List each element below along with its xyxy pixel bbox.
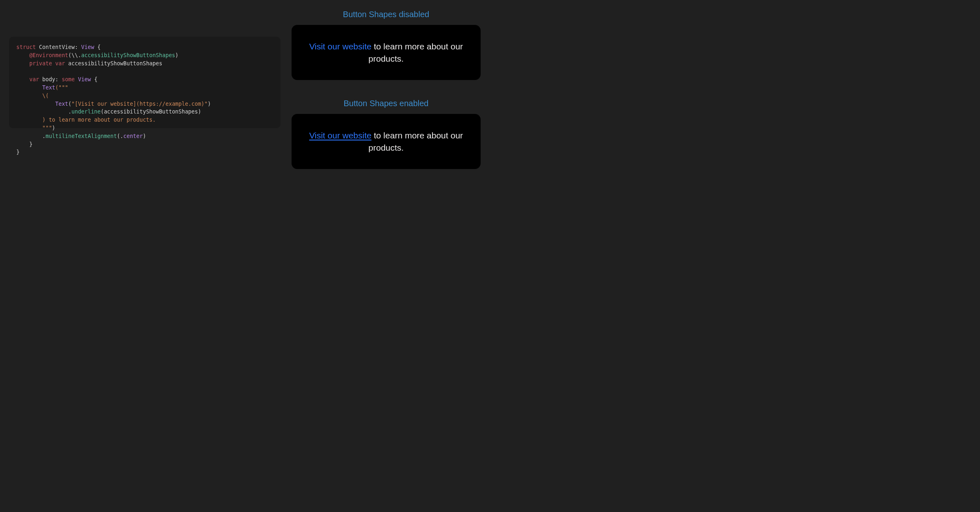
triple-close: """: [42, 125, 52, 131]
code-block: struct ContentView: View { @Environment(…: [16, 43, 273, 156]
mta-case: center: [123, 133, 143, 139]
type-view: View: [81, 44, 94, 50]
underline-arg: accessibilityShowButtonShapes: [104, 109, 198, 115]
colon: :: [75, 44, 78, 50]
kw-private: private: [29, 60, 52, 67]
kw-struct: struct: [16, 44, 36, 50]
preview-enabled-rest: to learn more about our products.: [368, 131, 463, 152]
env-symbol: accessibilityShowButtonShapes: [81, 52, 175, 58]
preview-enabled-group: Button Shapes enabled Visit our website …: [292, 99, 481, 169]
preview-column: Button Shapes disabled Visit our website…: [292, 10, 481, 169]
body-name: body: [42, 76, 56, 82]
inner-close: ): [207, 101, 211, 107]
preview-enabled-text: Visit our website to learn more about ou…: [305, 129, 468, 154]
underline-method: underline: [71, 109, 100, 115]
struct-name: ContentView: [39, 44, 75, 50]
preview-disabled-title: Button Shapes disabled: [292, 10, 481, 19]
preview-disabled-link[interactable]: Visit our website: [309, 42, 372, 51]
preview-enabled-link[interactable]: Visit our website: [309, 131, 372, 140]
env-open: (\\.: [68, 52, 81, 58]
preview-disabled-card: Visit our website to learn more about ou…: [292, 25, 481, 80]
mta-method: multilineTextAlignment: [45, 133, 117, 139]
triple-open: (""": [55, 85, 68, 91]
text-type: Text: [42, 85, 56, 91]
inner-text-type: Text: [55, 101, 68, 107]
inner-literal: "[Visit our website](https://example.com…: [71, 101, 207, 107]
mta-open: (.: [117, 133, 123, 139]
body-type: View: [78, 76, 91, 82]
open-brace: {: [94, 44, 101, 50]
preview-enabled-title: Button Shapes enabled: [292, 99, 481, 108]
interp-close-rest: ) to learn more about our products.: [42, 117, 156, 123]
kw-some: some: [62, 76, 75, 82]
preview-disabled-group: Button Shapes disabled Visit our website…: [292, 10, 481, 80]
preview-enabled-card: Visit our website to learn more about ou…: [292, 114, 481, 169]
kw-var-2: var: [29, 76, 39, 82]
triple-close-paren: ): [52, 125, 55, 131]
preview-disabled-text: Visit our website to learn more about ou…: [305, 40, 468, 65]
underline-close: ): [198, 109, 201, 115]
kw-var-1: var: [55, 60, 65, 67]
env-var-name: accessibilityShowButtonShapes: [68, 60, 162, 67]
struct-close: }: [16, 149, 20, 155]
inner-open: (: [68, 101, 71, 107]
body-open: {: [91, 76, 98, 82]
env-close: ): [175, 52, 178, 58]
preview-disabled-rest: to learn more about our products.: [368, 42, 463, 63]
body-colon: :: [55, 76, 58, 82]
underline-dot: .: [68, 109, 71, 115]
env-decorator: @Environment: [29, 52, 68, 58]
code-block-card: struct ContentView: View { @Environment(…: [9, 37, 281, 128]
body-close: }: [29, 141, 33, 147]
mta-close: ): [143, 133, 146, 139]
interp-open: \(: [42, 93, 49, 99]
